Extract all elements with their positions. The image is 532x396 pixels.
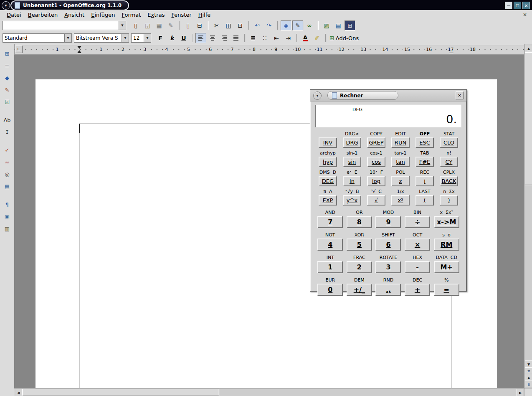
calc-button-sym-b2-3[interactable]: - (405, 261, 430, 273)
export-pdf-icon[interactable]: ▯ (182, 20, 193, 30)
calc-button-x-m[interactable]: x->M (434, 216, 459, 228)
calculator-titlebar[interactable]: ▾ Rechner ✕ (310, 90, 466, 102)
data-sources-icon[interactable]: ▤ (1, 181, 13, 191)
save-document-icon[interactable]: ▦ (154, 20, 165, 30)
menu-hilfe[interactable]: Hilfe (195, 11, 214, 19)
calculator-close-button[interactable]: ✕ (456, 91, 464, 99)
paste-icon[interactable]: ⊡ (235, 20, 246, 30)
calc-button-rm[interactable]: RM (434, 239, 459, 251)
online-layout-icon[interactable]: ▥ (1, 223, 13, 234)
print-icon[interactable]: ⊟ (194, 20, 205, 30)
insert-objects-icon[interactable]: ◆ (1, 73, 13, 83)
copy-icon[interactable]: ◫ (223, 20, 234, 30)
calc-button-sym-s3-4[interactable]: ( (415, 195, 434, 206)
document-close-icon[interactable]: × (521, 12, 529, 18)
calc-button-ln[interactable]: ln (343, 176, 361, 186)
menu-einfgen[interactable]: Einfügen (88, 11, 118, 19)
tab-selector-button[interactable]: ∟ (15, 46, 23, 53)
calc-button-sym-b1-3[interactable]: × (405, 239, 430, 251)
align-right-button[interactable] (219, 33, 230, 43)
calc-button-z[interactable]: z (391, 176, 410, 186)
horizontal-scroll-thumb[interactable] (22, 389, 219, 396)
calc-button-deg[interactable]: DEG (319, 176, 337, 186)
font-color-button[interactable]: A (300, 33, 311, 43)
undo-icon[interactable]: ↶ (252, 20, 263, 30)
window-menu-button[interactable]: ▾ (2, 1, 10, 10)
font-size-combobox[interactable]: 12 ▼ (131, 33, 151, 43)
maximize-button[interactable]: □ (514, 2, 521, 9)
calc-button-6[interactable]: 6 (375, 239, 401, 251)
calc-button-9[interactable]: 9 (375, 216, 401, 228)
autospellcheck-icon[interactable]: ≈ (1, 157, 13, 167)
numbering-button[interactable]: ≣ (248, 33, 258, 43)
calc-button-exp[interactable]: EXP (319, 195, 337, 206)
horizontal-ruler[interactable]: 1123456789101112131415161718 (14, 45, 524, 54)
find-replace-icon[interactable]: ◎ (1, 169, 13, 179)
calc-button-log[interactable]: log (367, 176, 385, 186)
left-indent-marker[interactable] (77, 50, 81, 53)
calc-button-1[interactable]: 1 (317, 261, 343, 273)
decrease-indent-button[interactable]: ⇤ (271, 33, 282, 43)
size-dropdown-arrow-icon[interactable]: ▼ (144, 34, 151, 42)
open-document-icon[interactable]: ◱ (142, 20, 153, 30)
scroll-up-button[interactable]: ▲ (525, 45, 532, 52)
data-sources-icon[interactable]: ▤ (333, 20, 344, 30)
calc-button-y-x[interactable]: y^x (343, 195, 361, 206)
font-dropdown-arrow-icon[interactable]: ▼ (122, 34, 129, 42)
calc-button-cy[interactable]: CY (440, 157, 458, 167)
new-document-icon[interactable]: ▯ (130, 20, 141, 30)
calc-button-cos[interactable]: cos (367, 157, 385, 167)
calc-button-5[interactable]: 5 (347, 239, 372, 251)
menu-bearbeiten[interactable]: Bearbeiten (25, 11, 61, 19)
underline-button[interactable]: U (178, 33, 189, 43)
calc-button-sym-s3-2[interactable]: √ (367, 195, 385, 206)
calc-button-drg[interactable]: DRG (343, 137, 361, 148)
bullets-button[interactable]: ∷ (259, 33, 270, 43)
calc-button-tan[interactable]: tan (391, 157, 410, 167)
calculator-menu-button[interactable]: ▾ (313, 91, 322, 100)
calc-button-sym-b3-1[interactable]: +/_ (347, 284, 372, 296)
calc-button-i[interactable]: i (415, 176, 434, 186)
calc-button-8[interactable]: 8 (347, 216, 372, 228)
edit-autotext-icon[interactable]: Ab (1, 115, 13, 125)
vertical-scrollbar[interactable]: ▲ ▼ ⇈ ● ⇊ (524, 44, 532, 388)
calc-button-f-e[interactable]: F#E (415, 157, 434, 167)
menu-fenster[interactable]: Fenster (168, 11, 195, 19)
gallery-icon[interactable]: ▨ (321, 20, 332, 30)
paragraph-style-combobox[interactable]: Standard ▼ (3, 33, 72, 43)
menu-datei[interactable]: Datei (3, 11, 25, 19)
draw-functions-icon[interactable]: ✎ (1, 85, 13, 95)
redo-icon[interactable]: ↷ (263, 20, 274, 30)
spellcheck-icon[interactable]: ✓ (1, 145, 13, 155)
vertical-scroll-thumb[interactable] (525, 52, 532, 185)
url-combobox[interactable]: ▼ (3, 21, 126, 30)
graphics-onoff-icon[interactable]: ▣ (1, 211, 13, 221)
menu-extras[interactable]: Extras (144, 11, 168, 19)
font-name-combobox[interactable]: Bitstream Vera S ▼ (74, 33, 129, 43)
calc-button-2[interactable]: 2 (347, 261, 372, 273)
calc-button-sym-b0-3[interactable]: ÷ (405, 216, 430, 228)
calc-button-3[interactable]: 3 (375, 261, 401, 273)
calc-button-run[interactable]: RUN (391, 137, 410, 148)
hyperlink-icon[interactable]: ∞ (304, 20, 315, 30)
align-left-button[interactable] (195, 33, 206, 43)
calc-button-m[interactable]: M+ (434, 261, 459, 273)
form-functions-icon[interactable]: ☑ (1, 97, 13, 107)
url-dropdown-arrow-icon[interactable]: ▼ (119, 21, 126, 30)
stylist-icon[interactable]: ✎ (292, 20, 303, 30)
calc-button-clo[interactable]: CLO (440, 137, 458, 148)
style-dropdown-arrow-icon[interactable]: ▼ (64, 34, 71, 42)
calc-button-inv[interactable]: INV (319, 137, 337, 148)
navigator-icon[interactable]: ◈ (281, 20, 291, 30)
horizontal-scrollbar[interactable]: ◀ ▶ (14, 388, 524, 396)
nonprinting-characters-icon[interactable]: ¶ (1, 199, 13, 209)
close-window-button[interactable]: × (522, 2, 530, 9)
cut-icon[interactable]: ✂ (211, 20, 222, 30)
scroll-right-button[interactable]: ▶ (517, 389, 524, 396)
calc-button-sym-b3-3[interactable]: + (405, 284, 430, 296)
menu-ansicht[interactable]: Ansicht (61, 11, 88, 19)
menu-format[interactable]: Format (119, 11, 144, 19)
calc-button-7[interactable]: 7 (317, 216, 343, 228)
calc-button-sym-b3-4[interactable]: = (434, 284, 459, 296)
calc-button-sin[interactable]: sin (343, 157, 361, 167)
